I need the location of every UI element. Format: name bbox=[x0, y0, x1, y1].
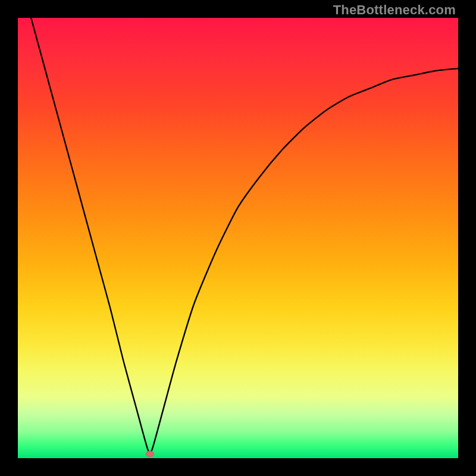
chart-frame: TheBottleneck.com bbox=[0, 0, 476, 476]
curve-svg bbox=[18, 18, 458, 458]
plot-area bbox=[18, 18, 458, 458]
optimum-marker bbox=[146, 451, 154, 457]
watermark-text: TheBottleneck.com bbox=[333, 2, 456, 18]
bottleneck-curve bbox=[31, 18, 458, 452]
